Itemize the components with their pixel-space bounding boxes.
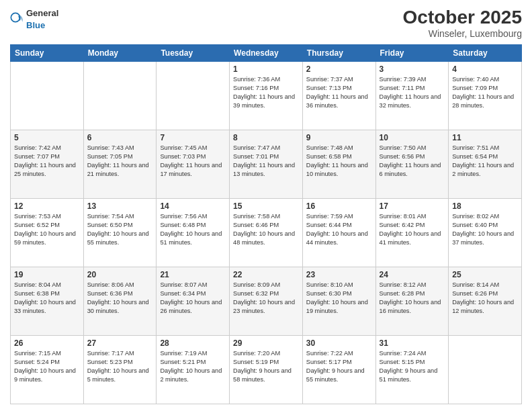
cell-week2-day5: 10Sunrise: 7:50 AMSunset: 6:56 PMDayligh… <box>375 130 449 199</box>
cell-week1-day0 <box>11 62 84 130</box>
logo-blue: Blue <box>26 20 45 30</box>
day-number: 28 <box>160 338 226 348</box>
day-number: 29 <box>233 338 299 348</box>
cell-week1-day5: 3Sunrise: 7:39 AMSunset: 7:11 PMDaylight… <box>375 62 449 130</box>
day-number: 8 <box>233 133 299 142</box>
cell-week1-day2 <box>157 62 230 130</box>
day-info: Sunrise: 8:10 AMSunset: 6:30 PMDaylight:… <box>306 281 372 316</box>
cell-week4-day2: 21Sunrise: 8:07 AMSunset: 6:34 PMDayligh… <box>157 267 230 336</box>
title-section: October 2025 Winseler, Luxembourg <box>403 7 522 39</box>
cell-week3-day6: 18Sunrise: 8:02 AMSunset: 6:40 PMDayligh… <box>449 199 522 267</box>
day-info: Sunrise: 7:20 AMSunset: 5:19 PMDaylight:… <box>233 349 299 384</box>
svg-point-0 <box>11 13 19 21</box>
day-info: Sunrise: 7:50 AMSunset: 6:56 PMDaylight:… <box>380 144 445 179</box>
day-number: 14 <box>160 201 226 211</box>
day-number: 6 <box>87 133 153 142</box>
day-info: Sunrise: 8:09 AMSunset: 6:32 PMDaylight:… <box>233 281 299 316</box>
day-info: Sunrise: 7:58 AMSunset: 6:46 PMDaylight:… <box>233 212 299 247</box>
col-monday: Monday <box>83 45 157 62</box>
day-number: 26 <box>14 338 80 348</box>
cell-week4-day5: 24Sunrise: 8:12 AMSunset: 6:28 PMDayligh… <box>375 267 449 336</box>
day-info: Sunrise: 7:54 AMSunset: 6:50 PMDaylight:… <box>87 212 153 247</box>
day-number: 5 <box>14 133 80 142</box>
day-info: Sunrise: 7:48 AMSunset: 6:58 PMDaylight:… <box>306 144 372 179</box>
day-number: 21 <box>160 270 226 279</box>
day-info: Sunrise: 8:01 AMSunset: 6:42 PMDaylight:… <box>380 212 445 247</box>
cell-week5-day0: 26Sunrise: 7:15 AMSunset: 5:24 PMDayligh… <box>11 336 84 404</box>
day-info: Sunrise: 7:51 AMSunset: 6:54 PMDaylight:… <box>452 144 518 179</box>
day-info: Sunrise: 8:02 AMSunset: 6:40 PMDaylight:… <box>452 212 518 247</box>
calendar-header-row: Sunday Monday Tuesday Wednesday Thursday… <box>11 45 522 62</box>
cell-week5-day6 <box>449 336 522 404</box>
day-number: 30 <box>306 338 372 348</box>
day-number: 23 <box>306 270 372 279</box>
day-number: 3 <box>380 64 445 74</box>
cell-week2-day3: 8Sunrise: 7:47 AMSunset: 7:01 PMDaylight… <box>230 130 303 199</box>
day-number: 2 <box>306 64 372 74</box>
cell-week5-day2: 28Sunrise: 7:19 AMSunset: 5:21 PMDayligh… <box>157 336 230 404</box>
day-info: Sunrise: 7:17 AMSunset: 5:23 PMDaylight:… <box>87 349 153 384</box>
day-info: Sunrise: 7:15 AMSunset: 5:24 PMDaylight:… <box>14 349 80 384</box>
week-row-5: 26Sunrise: 7:15 AMSunset: 5:24 PMDayligh… <box>11 336 522 404</box>
day-info: Sunrise: 7:43 AMSunset: 7:05 PMDaylight:… <box>87 144 153 179</box>
logo-general: General <box>26 8 58 18</box>
day-info: Sunrise: 8:07 AMSunset: 6:34 PMDaylight:… <box>160 281 226 316</box>
day-number: 9 <box>306 133 372 142</box>
day-number: 22 <box>233 270 299 279</box>
calendar-table: Sunday Monday Tuesday Wednesday Thursday… <box>10 44 522 404</box>
day-info: Sunrise: 7:37 AMSunset: 7:13 PMDaylight:… <box>306 75 372 110</box>
day-info: Sunrise: 7:47 AMSunset: 7:01 PMDaylight:… <box>233 144 299 179</box>
day-info: Sunrise: 7:42 AMSunset: 7:07 PMDaylight:… <box>14 144 80 179</box>
day-info: Sunrise: 8:06 AMSunset: 6:36 PMDaylight:… <box>87 281 153 316</box>
day-number: 12 <box>14 201 80 211</box>
day-number: 4 <box>452 64 518 74</box>
col-friday: Friday <box>375 45 449 62</box>
col-wednesday: Wednesday <box>230 45 303 62</box>
day-info: Sunrise: 7:59 AMSunset: 6:44 PMDaylight:… <box>306 212 372 247</box>
cell-week1-day1 <box>83 62 157 130</box>
cell-week5-day3: 29Sunrise: 7:20 AMSunset: 5:19 PMDayligh… <box>230 336 303 404</box>
day-number: 7 <box>160 133 226 142</box>
location: Winseler, Luxembourg <box>403 28 522 39</box>
day-number: 20 <box>87 270 153 279</box>
cell-week5-day4: 30Sunrise: 7:22 AMSunset: 5:17 PMDayligh… <box>302 336 375 404</box>
week-row-1: 1Sunrise: 7:36 AMSunset: 7:16 PMDaylight… <box>11 62 522 130</box>
cell-week3-day4: 16Sunrise: 7:59 AMSunset: 6:44 PMDayligh… <box>302 199 375 267</box>
cell-week2-day4: 9Sunrise: 7:48 AMSunset: 6:58 PMDaylight… <box>302 130 375 199</box>
day-number: 31 <box>380 338 445 348</box>
cell-week5-day1: 27Sunrise: 7:17 AMSunset: 5:23 PMDayligh… <box>83 336 157 404</box>
day-info: Sunrise: 7:40 AMSunset: 7:09 PMDaylight:… <box>452 75 518 110</box>
cell-week2-day2: 7Sunrise: 7:45 AMSunset: 7:03 PMDaylight… <box>157 130 230 199</box>
day-number: 27 <box>87 338 153 348</box>
cell-week3-day1: 13Sunrise: 7:54 AMSunset: 6:50 PMDayligh… <box>83 199 157 267</box>
day-number: 15 <box>233 201 299 211</box>
day-info: Sunrise: 7:56 AMSunset: 6:48 PMDaylight:… <box>160 212 226 247</box>
cell-week4-day0: 19Sunrise: 8:04 AMSunset: 6:38 PMDayligh… <box>11 267 84 336</box>
day-info: Sunrise: 8:14 AMSunset: 6:26 PMDaylight:… <box>452 281 518 316</box>
day-info: Sunrise: 7:22 AMSunset: 5:17 PMDaylight:… <box>306 349 372 384</box>
logo: General Blue <box>10 7 58 31</box>
cell-week5-day5: 31Sunrise: 7:24 AMSunset: 5:15 PMDayligh… <box>375 336 449 404</box>
day-number: 13 <box>87 201 153 211</box>
day-number: 19 <box>14 270 80 279</box>
cell-week4-day6: 25Sunrise: 8:14 AMSunset: 6:26 PMDayligh… <box>449 267 522 336</box>
cell-week3-day2: 14Sunrise: 7:56 AMSunset: 6:48 PMDayligh… <box>157 199 230 267</box>
week-row-4: 19Sunrise: 8:04 AMSunset: 6:38 PMDayligh… <box>11 267 522 336</box>
logo-icon <box>10 12 24 26</box>
day-number: 24 <box>380 270 445 279</box>
page: General Blue October 2025 Winseler, Luxe… <box>0 0 532 411</box>
day-number: 11 <box>452 133 518 142</box>
day-number: 25 <box>452 270 518 279</box>
day-number: 17 <box>380 201 445 211</box>
week-row-3: 12Sunrise: 7:53 AMSunset: 6:52 PMDayligh… <box>11 199 522 267</box>
cell-week1-day3: 1Sunrise: 7:36 AMSunset: 7:16 PMDaylight… <box>230 62 303 130</box>
month-title: October 2025 <box>403 7 522 28</box>
day-info: Sunrise: 8:04 AMSunset: 6:38 PMDaylight:… <box>14 281 80 316</box>
col-tuesday: Tuesday <box>157 45 230 62</box>
day-info: Sunrise: 7:19 AMSunset: 5:21 PMDaylight:… <box>160 349 226 384</box>
day-info: Sunrise: 7:53 AMSunset: 6:52 PMDaylight:… <box>14 212 80 247</box>
day-info: Sunrise: 8:12 AMSunset: 6:28 PMDaylight:… <box>380 281 445 316</box>
cell-week2-day0: 5Sunrise: 7:42 AMSunset: 7:07 PMDaylight… <box>11 130 84 199</box>
day-info: Sunrise: 7:45 AMSunset: 7:03 PMDaylight:… <box>160 144 226 179</box>
cell-week3-day0: 12Sunrise: 7:53 AMSunset: 6:52 PMDayligh… <box>11 199 84 267</box>
